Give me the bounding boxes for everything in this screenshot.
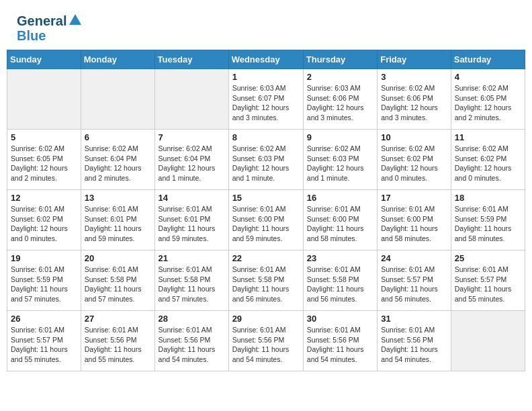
weekday-header: Monday <box>81 50 154 69</box>
calendar-week: 19Sunrise: 6:01 AM Sunset: 5:59 PM Dayli… <box>7 250 525 311</box>
day-info: Sunrise: 6:02 AM Sunset: 6:03 PM Dayligh… <box>232 144 300 183</box>
day-info: Sunrise: 6:01 AM Sunset: 5:58 PM Dayligh… <box>159 265 225 304</box>
calendar-cell: 8Sunrise: 6:02 AM Sunset: 6:03 PM Daylig… <box>228 130 303 190</box>
day-number: 24 <box>381 253 447 263</box>
calendar-cell: 13Sunrise: 6:01 AM Sunset: 6:01 PM Dayli… <box>81 190 154 250</box>
calendar-cell <box>451 311 525 371</box>
calendar-cell: 31Sunrise: 6:01 AM Sunset: 5:56 PM Dayli… <box>378 311 451 371</box>
day-info: Sunrise: 6:02 AM Sunset: 6:06 PM Dayligh… <box>381 83 447 123</box>
calendar-week: 1Sunrise: 6:03 AM Sunset: 6:07 PM Daylig… <box>7 69 525 130</box>
day-number: 10 <box>381 132 447 142</box>
calendar-table: SundayMondayTuesdayWednesdayThursdayFrid… <box>7 50 525 371</box>
day-info: Sunrise: 6:01 AM Sunset: 6:00 PM Dayligh… <box>232 204 300 244</box>
day-number: 2 <box>307 72 373 82</box>
day-info: Sunrise: 6:02 AM Sunset: 6:02 PM Dayligh… <box>455 144 521 183</box>
calendar-cell: 19Sunrise: 6:01 AM Sunset: 5:59 PM Dayli… <box>7 250 81 311</box>
day-info: Sunrise: 6:01 AM Sunset: 5:56 PM Dayligh… <box>159 325 225 365</box>
day-info: Sunrise: 6:01 AM Sunset: 6:01 PM Dayligh… <box>85 204 151 244</box>
logo: General Blue <box>17 13 83 43</box>
calendar-cell: 15Sunrise: 6:01 AM Sunset: 6:00 PM Dayli… <box>228 190 303 250</box>
day-number: 20 <box>85 253 151 263</box>
weekday-header: Saturday <box>451 50 525 69</box>
calendar-cell: 12Sunrise: 6:01 AM Sunset: 6:02 PM Dayli… <box>7 190 81 250</box>
day-number: 13 <box>85 193 151 203</box>
day-info: Sunrise: 6:02 AM Sunset: 6:04 PM Dayligh… <box>85 144 151 183</box>
calendar-cell <box>154 69 228 130</box>
day-number: 16 <box>307 193 373 203</box>
calendar-cell: 20Sunrise: 6:01 AM Sunset: 5:58 PM Dayli… <box>81 250 154 311</box>
day-info: Sunrise: 6:01 AM Sunset: 5:58 PM Dayligh… <box>85 265 151 304</box>
day-number: 18 <box>455 193 521 203</box>
day-number: 27 <box>85 314 151 324</box>
day-number: 17 <box>381 193 447 203</box>
day-info: Sunrise: 6:01 AM Sunset: 5:57 PM Dayligh… <box>11 325 77 365</box>
day-info: Sunrise: 6:01 AM Sunset: 6:00 PM Dayligh… <box>381 204 447 244</box>
calendar-cell: 16Sunrise: 6:01 AM Sunset: 6:00 PM Dayli… <box>303 190 377 250</box>
day-number: 28 <box>159 314 225 324</box>
calendar-cell: 29Sunrise: 6:01 AM Sunset: 5:56 PM Dayli… <box>228 311 303 371</box>
day-info: Sunrise: 6:01 AM Sunset: 5:58 PM Dayligh… <box>307 265 373 304</box>
day-info: Sunrise: 6:03 AM Sunset: 6:07 PM Dayligh… <box>232 83 300 123</box>
day-number: 21 <box>159 253 225 263</box>
calendar-cell: 7Sunrise: 6:02 AM Sunset: 6:04 PM Daylig… <box>154 130 228 190</box>
day-number: 19 <box>11 253 77 263</box>
calendar-cell: 28Sunrise: 6:01 AM Sunset: 5:56 PM Dayli… <box>154 311 228 371</box>
day-info: Sunrise: 6:01 AM Sunset: 6:00 PM Dayligh… <box>307 204 373 244</box>
weekday-header: Wednesday <box>228 50 303 69</box>
page-header: General Blue <box>7 7 525 46</box>
day-info: Sunrise: 6:03 AM Sunset: 6:06 PM Dayligh… <box>307 83 373 123</box>
calendar-cell: 27Sunrise: 6:01 AM Sunset: 5:56 PM Dayli… <box>81 311 154 371</box>
weekday-header: Sunday <box>7 50 81 69</box>
calendar-cell: 18Sunrise: 6:01 AM Sunset: 5:59 PM Dayli… <box>451 190 525 250</box>
weekday-header: Thursday <box>303 50 377 69</box>
day-info: Sunrise: 6:01 AM Sunset: 6:01 PM Dayligh… <box>159 204 225 244</box>
calendar-cell: 10Sunrise: 6:02 AM Sunset: 6:02 PM Dayli… <box>378 130 451 190</box>
weekday-header: Friday <box>378 50 451 69</box>
day-info: Sunrise: 6:01 AM Sunset: 5:56 PM Dayligh… <box>85 325 151 365</box>
day-number: 6 <box>85 132 151 142</box>
calendar-cell: 2Sunrise: 6:03 AM Sunset: 6:06 PM Daylig… <box>303 69 377 130</box>
day-info: Sunrise: 6:02 AM Sunset: 6:05 PM Dayligh… <box>455 83 521 123</box>
day-number: 30 <box>307 314 373 324</box>
logo-text-general: General <box>17 13 66 28</box>
day-info: Sunrise: 6:02 AM Sunset: 6:03 PM Dayligh… <box>307 144 373 183</box>
day-number: 26 <box>11 314 77 324</box>
calendar-cell: 25Sunrise: 6:01 AM Sunset: 5:57 PM Dayli… <box>451 250 525 311</box>
day-number: 3 <box>381 72 447 82</box>
calendar-cell: 26Sunrise: 6:01 AM Sunset: 5:57 PM Dayli… <box>7 311 81 371</box>
calendar-cell: 6Sunrise: 6:02 AM Sunset: 6:04 PM Daylig… <box>81 130 154 190</box>
calendar-cell: 11Sunrise: 6:02 AM Sunset: 6:02 PM Dayli… <box>451 130 525 190</box>
calendar-week: 26Sunrise: 6:01 AM Sunset: 5:57 PM Dayli… <box>7 311 525 371</box>
day-info: Sunrise: 6:01 AM Sunset: 5:57 PM Dayligh… <box>381 265 447 304</box>
svg-marker-0 <box>69 14 81 25</box>
day-info: Sunrise: 6:01 AM Sunset: 5:59 PM Dayligh… <box>455 204 521 244</box>
day-number: 8 <box>232 132 300 142</box>
calendar-cell: 21Sunrise: 6:01 AM Sunset: 5:58 PM Dayli… <box>154 250 228 311</box>
day-number: 25 <box>455 253 521 263</box>
day-info: Sunrise: 6:02 AM Sunset: 6:05 PM Dayligh… <box>11 144 77 183</box>
day-info: Sunrise: 6:02 AM Sunset: 6:02 PM Dayligh… <box>381 144 447 183</box>
calendar-cell: 23Sunrise: 6:01 AM Sunset: 5:58 PM Dayli… <box>303 250 377 311</box>
day-number: 12 <box>11 193 77 203</box>
day-number: 15 <box>232 193 300 203</box>
weekday-header: Tuesday <box>154 50 228 69</box>
day-info: Sunrise: 6:01 AM Sunset: 6:02 PM Dayligh… <box>11 204 77 244</box>
calendar-header: SundayMondayTuesdayWednesdayThursdayFrid… <box>7 50 525 69</box>
day-info: Sunrise: 6:01 AM Sunset: 5:59 PM Dayligh… <box>11 265 77 304</box>
calendar-cell: 17Sunrise: 6:01 AM Sunset: 6:00 PM Dayli… <box>378 190 451 250</box>
day-number: 9 <box>307 132 373 142</box>
calendar-cell: 24Sunrise: 6:01 AM Sunset: 5:57 PM Dayli… <box>378 250 451 311</box>
calendar-cell: 3Sunrise: 6:02 AM Sunset: 6:06 PM Daylig… <box>378 69 451 130</box>
calendar-week: 5Sunrise: 6:02 AM Sunset: 6:05 PM Daylig… <box>7 130 525 190</box>
calendar-cell: 22Sunrise: 6:01 AM Sunset: 5:58 PM Dayli… <box>228 250 303 311</box>
day-info: Sunrise: 6:01 AM Sunset: 5:57 PM Dayligh… <box>455 265 521 304</box>
day-number: 31 <box>381 314 447 324</box>
logo-text-blue: Blue <box>17 28 46 43</box>
calendar-cell <box>81 69 154 130</box>
calendar-cell: 4Sunrise: 6:02 AM Sunset: 6:05 PM Daylig… <box>451 69 525 130</box>
day-info: Sunrise: 6:01 AM Sunset: 5:56 PM Dayligh… <box>307 325 373 365</box>
day-number: 4 <box>455 72 521 82</box>
day-info: Sunrise: 6:01 AM Sunset: 5:56 PM Dayligh… <box>232 325 300 365</box>
calendar-week: 12Sunrise: 6:01 AM Sunset: 6:02 PM Dayli… <box>7 190 525 250</box>
day-info: Sunrise: 6:01 AM Sunset: 5:58 PM Dayligh… <box>232 265 300 304</box>
